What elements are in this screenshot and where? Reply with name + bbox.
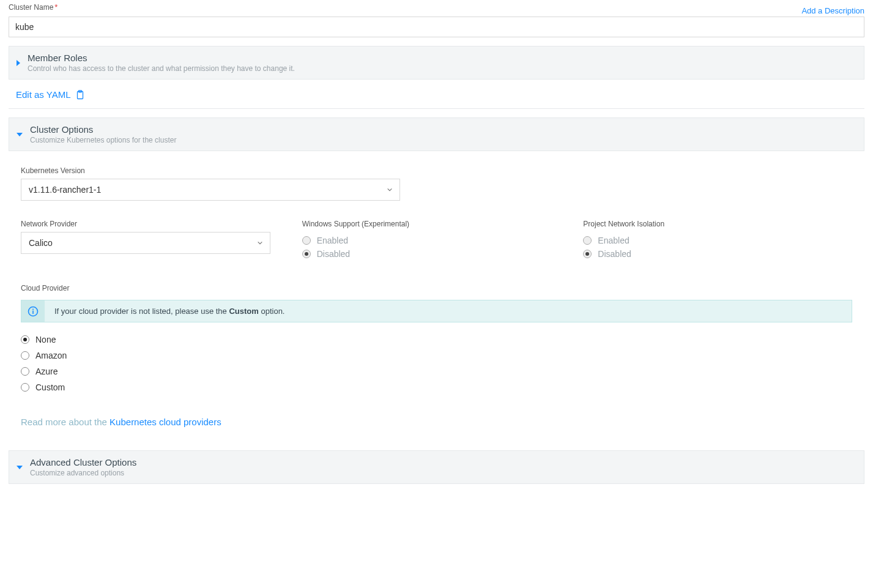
cloud-info-post: option. (259, 307, 285, 316)
windows-support-enabled-radio: Enabled (302, 236, 571, 245)
project-isolation-label: Project Network Isolation (583, 220, 664, 228)
windows-support-label: Windows Support (Experimental) (302, 220, 409, 228)
advanced-options-desc: Customize advanced options (30, 469, 136, 477)
svg-rect-3 (32, 310, 34, 313)
info-icon (21, 300, 45, 322)
cluster-options-desc: Customize Kubernetes options for the clu… (30, 136, 176, 144)
radio-icon (21, 367, 29, 376)
radio-icon (583, 250, 592, 258)
network-provider-value: Calico (29, 238, 53, 248)
cloud-provider-none-radio[interactable]: None (21, 335, 852, 344)
windows-support-disabled-radio: Disabled (302, 249, 571, 259)
kube-version-label: Kubernetes Version (21, 166, 85, 175)
chevron-down-icon (17, 466, 23, 469)
chevron-right-icon (17, 60, 20, 66)
cloud-info-bold: Custom (229, 307, 258, 316)
chevron-down-icon (17, 133, 23, 136)
network-provider-label: Network Provider (21, 220, 77, 228)
radio-icon (21, 335, 29, 344)
radio-icon (302, 250, 311, 258)
radio-icon (21, 383, 29, 392)
member-roles-title: Member Roles (28, 53, 295, 63)
advanced-options-panel-header[interactable]: Advanced Cluster Options Customize advan… (9, 450, 864, 484)
radio-icon (21, 351, 29, 360)
cloud-provider-azure-radio[interactable]: Azure (21, 367, 852, 376)
clipboard-icon (76, 90, 84, 100)
cloud-provider-custom-radio[interactable]: Custom (21, 382, 852, 392)
cluster-options-panel-header[interactable]: Cluster Options Customize Kubernetes opt… (9, 117, 864, 151)
cluster-name-input[interactable] (9, 17, 864, 37)
radio-icon (583, 236, 592, 245)
network-provider-select[interactable]: Calico (21, 232, 270, 254)
edit-as-yaml-link[interactable]: Edit as YAML (16, 89, 84, 100)
cluster-name-label: Cluster Name (9, 3, 53, 12)
kubernetes-cloud-providers-link[interactable]: Kubernetes cloud providers (110, 417, 221, 427)
cloud-info-pre: If your cloud provider is not listed, pl… (54, 307, 229, 316)
required-indicator: * (54, 2, 58, 12)
kube-version-select[interactable]: v1.11.6-rancher1-1 (21, 179, 400, 201)
project-isolation-enabled-radio: Enabled (583, 236, 852, 245)
cluster-options-title: Cluster Options (30, 124, 176, 135)
member-roles-panel-header[interactable]: Member Roles Control who has access to t… (9, 46, 864, 80)
member-roles-desc: Control who has access to the cluster an… (28, 64, 295, 73)
advanced-options-title: Advanced Cluster Options (30, 457, 136, 467)
cloud-provider-info-banner: If your cloud provider is not listed, pl… (21, 300, 852, 322)
svg-point-4 (32, 308, 34, 310)
kube-version-value: v1.11.6-rancher1-1 (29, 185, 101, 195)
radio-icon (302, 236, 311, 245)
cloud-provider-amazon-radio[interactable]: Amazon (21, 351, 852, 360)
project-isolation-disabled-radio: Disabled (583, 249, 852, 259)
add-description-link[interactable]: Add a Description (801, 6, 864, 15)
cloud-provider-label: Cloud Provider (21, 284, 69, 292)
edit-as-yaml-label: Edit as YAML (16, 89, 71, 100)
read-more-prefix: Read more about the (21, 417, 110, 427)
